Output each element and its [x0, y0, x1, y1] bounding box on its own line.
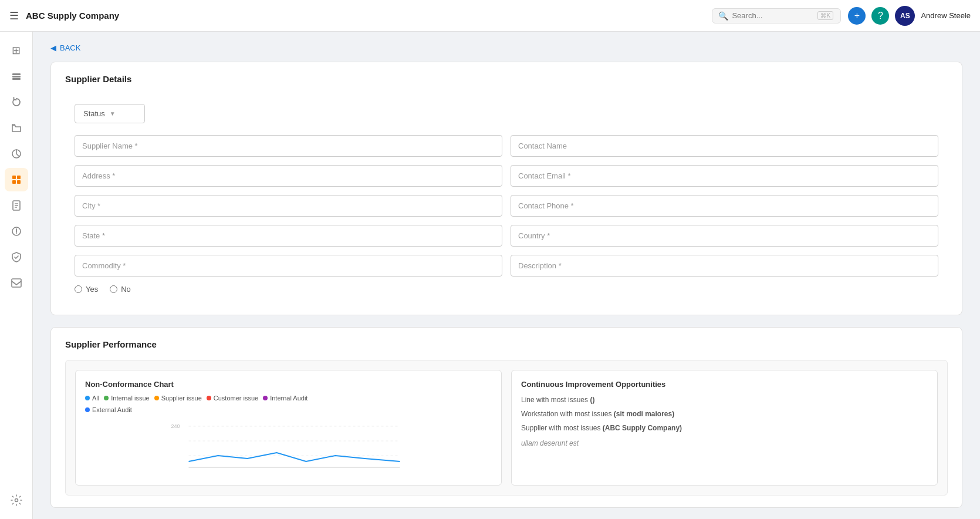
search-kbd: ⌘K — [817, 11, 833, 20]
form-row-1 — [75, 135, 938, 157]
chart-svg: 240 — [85, 420, 492, 473]
svg-rect-7 — [17, 180, 21, 184]
contact-email-input[interactable] — [511, 165, 938, 187]
chart-box: Non-Conformance Chart All Internal issue… — [75, 370, 502, 486]
svg-rect-5 — [17, 176, 21, 179]
sidebar-item-dashboard[interactable]: ⊞ — [5, 39, 28, 62]
add-button[interactable]: + — [848, 7, 866, 25]
sidebar: ⊞ — [0, 32, 33, 519]
legend-all: All — [85, 395, 99, 402]
sidebar-item-documents[interactable] — [5, 194, 28, 217]
contact-phone-input[interactable] — [511, 195, 938, 217]
legend-all-label: All — [92, 395, 99, 402]
sidebar-item-database[interactable] — [5, 65, 28, 88]
svg-rect-2 — [12, 78, 21, 80]
legend-supplier-issue: Supplier issue — [154, 395, 202, 402]
improvement-workstation-value: (sit modi maiores) — [614, 410, 674, 418]
svg-rect-0 — [12, 73, 21, 75]
supplier-form: Status ▼ — [65, 95, 948, 303]
radio-no-text: No — [121, 285, 131, 294]
improvement-title: Continuous Improvement Opportunities — [521, 380, 928, 389]
improvement-line-issues: Line with most issues () — [521, 395, 928, 405]
supplier-performance-title: Supplier Performance — [65, 339, 948, 349]
topbar: ☰ ABC Supply Company 🔍 ⌘K + ? AS Andrew … — [0, 0, 980, 32]
improvement-supplier: Supplier with most issues (ABC Supply Co… — [521, 423, 928, 433]
description-input[interactable] — [511, 255, 938, 277]
radio-yes-label[interactable]: Yes — [75, 285, 98, 294]
svg-point-16 — [15, 499, 18, 502]
supplier-performance-card: Supplier Performance Non-Conformance Cha… — [50, 327, 962, 508]
svg-rect-6 — [12, 180, 16, 184]
search-bar[interactable]: 🔍 ⌘K — [712, 8, 841, 23]
back-label: BACK — [60, 43, 80, 52]
topbar-actions: + ? AS Andrew Steele — [848, 6, 971, 26]
sidebar-item-inbox[interactable] — [5, 271, 28, 295]
improvement-box: Continuous Improvement Opportunities Lin… — [511, 370, 938, 486]
improvement-supplier-value: (ABC Supply Company) — [603, 424, 682, 432]
improvement-workstation: Workstation with most issues (sit modi m… — [521, 409, 928, 419]
help-button[interactable]: ? — [871, 7, 889, 25]
country-input[interactable] — [511, 225, 938, 247]
radio-yes-text: Yes — [86, 285, 98, 294]
improvement-line-label: Line with most issues — [521, 396, 588, 404]
legend-internal-audit: Internal Audit — [263, 395, 307, 402]
radio-no-label[interactable]: No — [110, 285, 131, 294]
legend-internal-audit-label: Internal Audit — [270, 395, 307, 402]
back-link[interactable]: ◀ BACK — [50, 43, 962, 52]
username: Andrew Steele — [921, 11, 971, 20]
supplier-details-card: Supplier Details Status ▼ — [50, 62, 962, 315]
status-dropdown[interactable]: Status ▼ — [75, 104, 145, 123]
avatar[interactable]: AS — [895, 6, 915, 26]
settings-icon[interactable] — [5, 488, 28, 512]
city-input[interactable] — [75, 195, 502, 217]
improvement-supplier-label: Supplier with most issues — [521, 424, 600, 432]
status-dropdown-arrow: ▼ — [110, 110, 116, 117]
improvement-workstation-label: Workstation with most issues — [521, 410, 612, 418]
back-chevron-icon: ◀ — [50, 43, 56, 52]
form-row-2 — [75, 165, 938, 187]
contact-name-input[interactable] — [511, 135, 938, 157]
main-content: ◀ BACK Supplier Details Status ▼ — [33, 32, 980, 519]
sidebar-item-folders[interactable] — [5, 116, 28, 140]
search-input[interactable] — [732, 11, 814, 20]
sidebar-item-shield[interactable] — [5, 245, 28, 269]
hamburger-icon[interactable]: ☰ — [9, 9, 19, 22]
svg-rect-4 — [12, 176, 16, 179]
supplier-name-input[interactable] — [75, 135, 502, 157]
legend-external-audit: External Audit — [85, 406, 492, 413]
chart-legend: All Internal issue Supplier issue Custom… — [85, 395, 492, 413]
address-input[interactable] — [75, 165, 502, 187]
form-row-4 — [75, 225, 938, 247]
svg-text:240: 240 — [171, 423, 180, 429]
status-label: Status — [83, 109, 105, 118]
radio-yes[interactable] — [75, 285, 82, 293]
svg-point-14 — [16, 232, 17, 234]
svg-rect-15 — [12, 279, 21, 287]
svg-rect-1 — [12, 76, 21, 77]
supplier-details-title: Supplier Details — [65, 74, 948, 84]
legend-customer-issue-label: Customer issue — [214, 395, 258, 402]
state-input[interactable] — [75, 225, 502, 247]
form-row-3 — [75, 195, 938, 217]
legend-customer-issue: Customer issue — [207, 395, 258, 402]
app-title: ABC Supply Company — [26, 11, 705, 21]
chart-title: Non-Conformance Chart — [85, 380, 492, 389]
performance-inner: Non-Conformance Chart All Internal issue… — [65, 360, 948, 496]
commodity-input[interactable] — [75, 255, 502, 277]
legend-supplier-issue-label: Supplier issue — [161, 395, 202, 402]
radio-no[interactable] — [110, 285, 117, 293]
legend-external-audit-label: External Audit — [92, 406, 132, 413]
sidebar-item-refresh[interactable] — [5, 90, 28, 114]
sidebar-item-insights[interactable] — [5, 220, 28, 243]
radio-group: Yes No — [75, 285, 938, 294]
search-icon: 🔍 — [718, 11, 728, 21]
improvement-description: ullam deserunt est — [521, 439, 928, 447]
sidebar-item-active[interactable] — [5, 168, 28, 191]
form-row-5 — [75, 255, 938, 277]
legend-internal-issue-label: Internal issue — [111, 395, 149, 402]
legend-internal-issue: Internal issue — [104, 395, 149, 402]
improvement-line-value-bold: () — [590, 396, 594, 404]
sidebar-item-analytics[interactable] — [5, 142, 28, 166]
